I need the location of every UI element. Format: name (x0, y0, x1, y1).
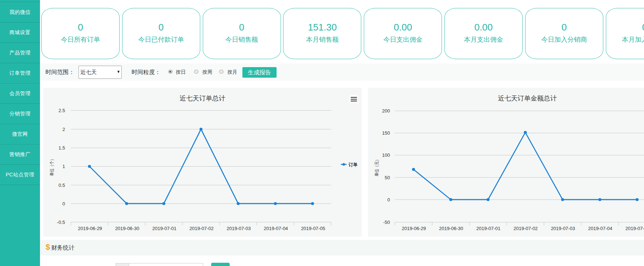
svg-text:50: 50 (385, 175, 390, 180)
svg-text:近七天订单总计: 近七天订单总计 (180, 95, 225, 102)
svg-text:1: 1 (63, 164, 65, 169)
svg-text:-50: -50 (383, 220, 390, 225)
svg-text:2019-07-02: 2019-07-02 (189, 226, 214, 231)
svg-text:2019-06-29: 2019-06-29 (402, 226, 426, 231)
svg-text:订单: 订单 (348, 162, 358, 167)
svg-text:2019-07-04: 2019-07-04 (588, 226, 612, 231)
svg-text:2019-07-05: 2019-07-05 (301, 226, 325, 231)
svg-text:近七天订单金额总计: 近七天订单金额总计 (498, 95, 557, 102)
svg-text:100: 100 (382, 152, 390, 158)
svg-text:1.5: 1.5 (59, 145, 65, 151)
svg-text:0: 0 (387, 197, 390, 202)
svg-text:-0.5: -0.5 (57, 220, 65, 225)
svg-text:2: 2 (63, 127, 65, 132)
svg-text:2019-07-05: 2019-07-05 (625, 226, 644, 231)
svg-text:2019-06-30: 2019-06-30 (439, 226, 463, 231)
svg-text:150: 150 (382, 130, 390, 136)
svg-text:2019-07-01: 2019-07-01 (152, 226, 177, 231)
svg-text:2019-06-29: 2019-06-29 (78, 226, 102, 231)
svg-text:200: 200 (382, 108, 390, 114)
svg-text:2019-07-03: 2019-07-03 (551, 226, 575, 231)
svg-text:2019-07-03: 2019-07-03 (227, 226, 251, 231)
svg-text:0.5: 0.5 (59, 183, 65, 188)
svg-text:单位（个）: 单位（个） (49, 157, 55, 176)
svg-text:2.5: 2.5 (59, 108, 65, 113)
svg-text:2019-07-02: 2019-07-02 (514, 226, 538, 231)
svg-text:单位（元）: 单位（元） (374, 157, 379, 176)
svg-text:0: 0 (63, 201, 65, 206)
svg-text:2019-07-01: 2019-07-01 (476, 226, 501, 231)
svg-text:2019-06-30: 2019-06-30 (115, 226, 140, 231)
svg-text:2019-07-04: 2019-07-04 (264, 226, 288, 231)
